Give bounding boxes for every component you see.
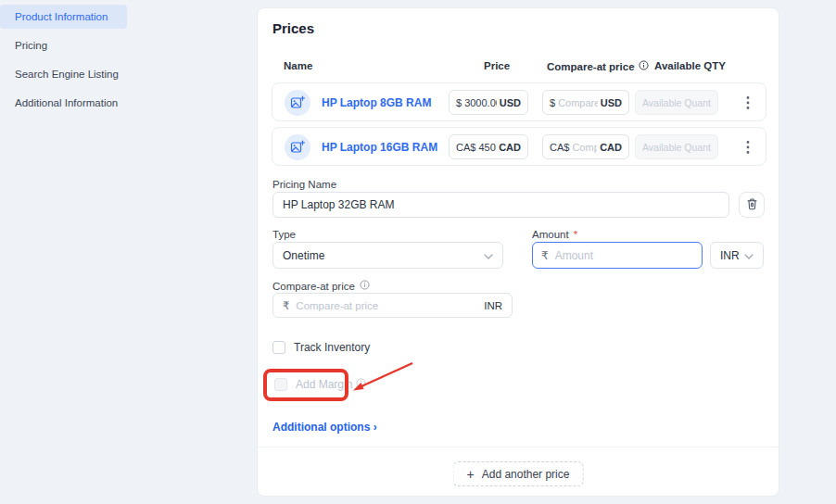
add-margin-label-text: Add Margin — [296, 378, 352, 391]
track-inventory-checkbox[interactable] — [272, 341, 285, 354]
amount-currency-value: INR — [720, 249, 740, 262]
available-quantity-input — [635, 134, 718, 159]
info-icon — [639, 60, 649, 72]
product-name-link[interactable]: HP Laptop 8GB RAM — [322, 96, 431, 109]
delete-price-button[interactable] — [739, 192, 765, 218]
chevron-down-icon — [744, 249, 754, 262]
price-input-group: CA$ CAD — [449, 134, 528, 159]
compare-at-label-text: Compare-at price — [272, 281, 355, 292]
available-quantity-input — [635, 90, 718, 115]
compare-at-input[interactable] — [558, 97, 598, 108]
pricing-name-label: Pricing Name — [272, 179, 336, 190]
currency-code: USD — [500, 97, 521, 108]
currency-code: CAD — [600, 142, 622, 153]
currency-code: CAD — [499, 142, 521, 153]
screen: Product Information Pricing Search Engin… — [0, 0, 836, 504]
sidebar: Product Information Pricing Search Engin… — [0, 5, 148, 120]
add-another-price-label: Add another price — [482, 468, 570, 481]
currency-code: USD — [601, 97, 622, 108]
type-select[interactable]: Onetime — [272, 242, 503, 269]
sidebar-item-pricing[interactable]: Pricing — [0, 33, 127, 57]
amount-input-group: ₹ — [532, 242, 703, 269]
footer-divider — [258, 447, 779, 447]
info-icon — [356, 378, 366, 391]
column-header-compare-label: Compare-at price — [547, 61, 635, 72]
additional-options-link[interactable]: Additional options › — [272, 421, 377, 434]
currency-prefix: CA$ — [456, 142, 475, 153]
sidebar-item-product-information[interactable]: Product Information — [0, 5, 127, 29]
amount-input[interactable] — [553, 248, 693, 263]
column-header-price: Price — [484, 60, 510, 71]
add-margin-label: Add Margin — [296, 378, 366, 391]
price-input[interactable] — [464, 97, 497, 108]
pricing-name-input[interactable] — [272, 192, 729, 218]
compare-at-price-input[interactable] — [294, 299, 479, 312]
rupee-symbol: ₹ — [541, 249, 549, 262]
compare-at-price-label: Compare-at price — [272, 280, 370, 292]
price-row-1: HP Laptop 8GB RAM $ USD $ USD — [272, 82, 766, 121]
add-margin-row: Add Margin — [274, 378, 366, 391]
add-image-icon[interactable] — [285, 134, 310, 160]
trash-icon — [746, 197, 758, 213]
required-asterisk: * — [574, 229, 577, 240]
card-title: Prices — [272, 20, 314, 36]
currency-code: INR — [484, 300, 502, 311]
info-icon — [360, 280, 370, 292]
track-inventory-row: Track Inventory — [272, 341, 370, 354]
track-inventory-label: Track Inventory — [294, 341, 370, 354]
compare-at-input-group: $ USD — [542, 90, 629, 115]
chevron-down-icon — [484, 249, 493, 262]
add-another-price-button[interactable]: + Add another price — [453, 461, 584, 486]
product-name-link[interactable]: HP Laptop 16GB RAM — [322, 141, 437, 154]
prices-card: Prices Name Price Compare-at price Avail… — [257, 7, 779, 497]
plus-icon: + — [467, 467, 475, 482]
column-header-name: Name — [284, 60, 312, 71]
column-header-available-qty: Available QTY — [654, 60, 726, 71]
row-menu-kebab-icon[interactable] — [736, 134, 760, 159]
row-menu-kebab-icon[interactable] — [736, 90, 760, 115]
compare-at-price-input-group: ₹ INR — [272, 293, 513, 318]
add-image-icon[interactable] — [285, 90, 310, 116]
currency-prefix: $ — [550, 97, 555, 108]
rupee-symbol: ₹ — [283, 299, 289, 312]
add-margin-checkbox[interactable] — [274, 378, 287, 391]
column-header-compare-at-price: Compare-at price — [547, 60, 649, 72]
compare-at-input[interactable] — [572, 142, 597, 153]
amount-label-text: Amount — [532, 229, 569, 240]
sidebar-item-search-engine-listing[interactable]: Search Engine Listing — [0, 62, 127, 86]
price-input-group: $ USD — [449, 90, 528, 115]
type-label: Type — [272, 229, 296, 240]
currency-prefix: $ — [456, 97, 462, 108]
compare-at-input-group: CA$ CAD — [542, 134, 629, 159]
amount-label: Amount * — [532, 229, 577, 240]
currency-prefix: CA$ — [550, 142, 569, 153]
amount-currency-select[interactable]: INR — [710, 242, 764, 269]
type-select-value: Onetime — [283, 249, 324, 262]
price-row-2: HP Laptop 16GB RAM CA$ CAD CA$ CAD — [272, 127, 766, 166]
sidebar-item-additional-information[interactable]: Additional Information — [0, 91, 127, 115]
price-input[interactable] — [478, 142, 496, 153]
